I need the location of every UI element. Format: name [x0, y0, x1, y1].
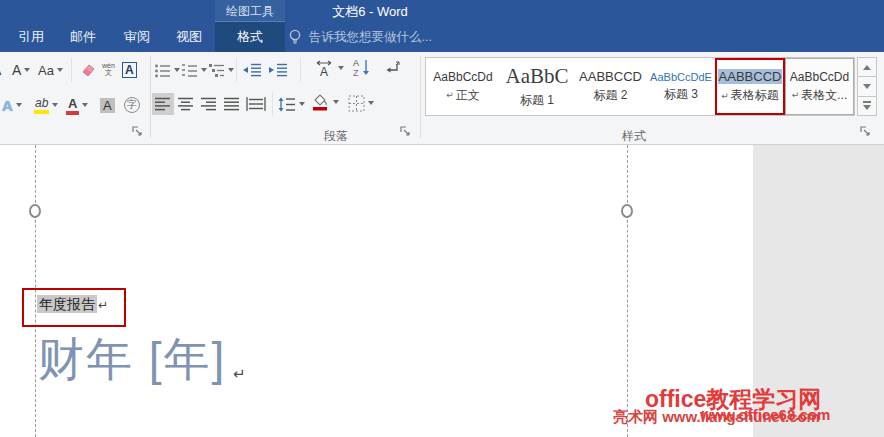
increase-indent-button[interactable]	[268, 59, 288, 81]
chevron-down-icon	[174, 68, 180, 72]
shading-button[interactable]	[310, 91, 339, 113]
text-effects-button[interactable]: A	[2, 94, 22, 116]
tab-mailings[interactable]: 邮件	[58, 22, 108, 52]
tab-format-active[interactable]: 格式	[215, 22, 285, 52]
sort-a-glyph: A	[353, 58, 359, 68]
show-hide-marks-button[interactable]	[385, 58, 401, 80]
justify-button[interactable]	[224, 93, 240, 115]
font-dialog-launcher[interactable]	[132, 126, 143, 137]
enclose-characters-button[interactable]: 字	[124, 94, 140, 116]
font-color-button[interactable]: A	[66, 94, 88, 116]
tab-view[interactable]: 视图	[164, 22, 214, 52]
distribute-text-button[interactable]	[246, 93, 266, 115]
style-item-heading3[interactable]: AaBbCcDdE 标题 3	[647, 58, 715, 115]
tell-me-box[interactable]: 告诉我您想要做什么...	[288, 22, 432, 52]
chevron-down-icon	[16, 103, 22, 107]
chevron-down-icon	[201, 68, 207, 72]
sort-button[interactable]: A Z	[352, 56, 372, 78]
style-item-table-title-annotated[interactable]: AABBCCD ↵表格标题	[715, 58, 785, 115]
eraser-icon	[78, 63, 96, 77]
separator	[71, 58, 72, 82]
fiscal-year-title[interactable]: 财年 [年]	[38, 329, 226, 391]
report-subtitle-text[interactable]: 年度报告↵	[37, 296, 108, 314]
tab-references[interactable]: 引用	[6, 22, 56, 52]
window-title: 文档6 - Word	[280, 0, 460, 22]
textbox-right-border	[627, 145, 628, 437]
gallery-scroll-up-button[interactable]	[857, 57, 877, 77]
return-mark-icon: ↵	[233, 365, 246, 383]
return-mark-icon: ↵	[98, 298, 108, 312]
textbox-resize-handle-left[interactable]	[29, 204, 41, 218]
styles-group-label: 样式	[594, 128, 674, 145]
multilevel-list-button[interactable]	[208, 59, 234, 81]
contextual-tools-header: 绘图工具	[215, 0, 285, 22]
styles-dialog-launcher[interactable]	[860, 126, 871, 137]
styles-gallery: AaBbCcDd ↵正文 AaBbC 标题 1 AABBCCD 标题 2 AaB…	[425, 57, 855, 116]
chevron-down-icon	[228, 68, 234, 72]
return-mark-icon: ↵	[446, 90, 454, 100]
separator	[236, 58, 237, 82]
phonetic-guide-button[interactable]: wén文	[102, 58, 115, 80]
chevron-down-icon	[299, 102, 305, 106]
group-separator	[420, 56, 421, 138]
chevron-down-icon	[57, 68, 63, 72]
character-border-button[interactable]: A	[122, 59, 137, 81]
chevron-down-icon	[863, 105, 871, 110]
align-left-button[interactable]	[152, 93, 174, 115]
ribbon-tab-row: 引用 邮件 审阅 视图 格式 告诉我您想要做什么...	[0, 22, 884, 52]
watermark-line2b: www.office68.com	[700, 406, 830, 423]
style-item-heading1[interactable]: AaBbC 标题 1	[500, 58, 574, 115]
chevron-down-icon	[333, 100, 339, 104]
separator	[272, 92, 273, 116]
align-right-button[interactable]	[201, 93, 217, 115]
gallery-scroll-down-button[interactable]	[857, 76, 877, 96]
sort-z-glyph: Z	[353, 68, 359, 77]
character-shading-button[interactable]: A	[100, 94, 115, 116]
grow-font-button[interactable]: A	[0, 59, 1, 81]
document-area: 年度报告↵ 财年 [年] ↵ office教程学习网 亮术网 www.liang…	[0, 145, 884, 437]
separator	[300, 58, 301, 82]
bullets-button[interactable]	[154, 59, 180, 81]
chevron-up-icon	[863, 65, 871, 70]
shrink-font-button[interactable]: A	[12, 59, 30, 81]
numbering-button[interactable]	[181, 59, 207, 81]
borders-button[interactable]	[348, 92, 374, 114]
lightbulb-icon	[288, 29, 302, 45]
return-mark-icon: ↵	[792, 90, 800, 100]
group-separator	[150, 56, 151, 138]
style-item-normal[interactable]: AaBbCcDd ↵正文	[426, 58, 500, 115]
style-item-table-text[interactable]: AaBbCcDd ↵表格文...	[785, 58, 854, 115]
textbox-resize-handle-right[interactable]	[621, 204, 633, 218]
decrease-indent-button[interactable]	[242, 59, 262, 81]
clear-formatting-button[interactable]	[78, 59, 96, 81]
text-highlight-color-button[interactable]: ab	[34, 94, 58, 116]
line-spacing-button[interactable]	[278, 93, 305, 115]
gallery-more-icon	[863, 101, 871, 103]
return-mark-icon: ↵	[721, 91, 729, 101]
chevron-down-icon	[24, 68, 30, 72]
chevron-down-icon	[338, 66, 344, 70]
svg-text:A: A	[320, 65, 328, 77]
tab-review[interactable]: 审阅	[112, 22, 162, 52]
chevron-down-icon	[52, 103, 58, 107]
chevron-down-icon	[82, 103, 88, 107]
style-item-heading2[interactable]: AABBCCD 标题 2	[574, 58, 647, 115]
styles-gallery-scroll	[857, 57, 877, 116]
asian-layout-button[interactable]: A	[315, 57, 344, 79]
tell-me-label: 告诉我您想要做什么...	[309, 29, 432, 46]
align-center-button[interactable]	[178, 93, 194, 115]
paragraph-dialog-launcher[interactable]	[400, 126, 411, 137]
ribbon: A A Aa wén文 A A ab A A 字	[0, 52, 884, 145]
paragraph-group-label: 段落	[296, 128, 376, 145]
chevron-down-icon	[368, 101, 374, 105]
selected-text[interactable]: 年度报告	[37, 295, 97, 313]
chevron-down-icon	[863, 84, 871, 89]
gallery-more-button[interactable]	[857, 96, 877, 116]
title-bar: 绘图工具 文档6 - Word	[0, 0, 884, 22]
change-case-button[interactable]: Aa	[38, 59, 63, 81]
